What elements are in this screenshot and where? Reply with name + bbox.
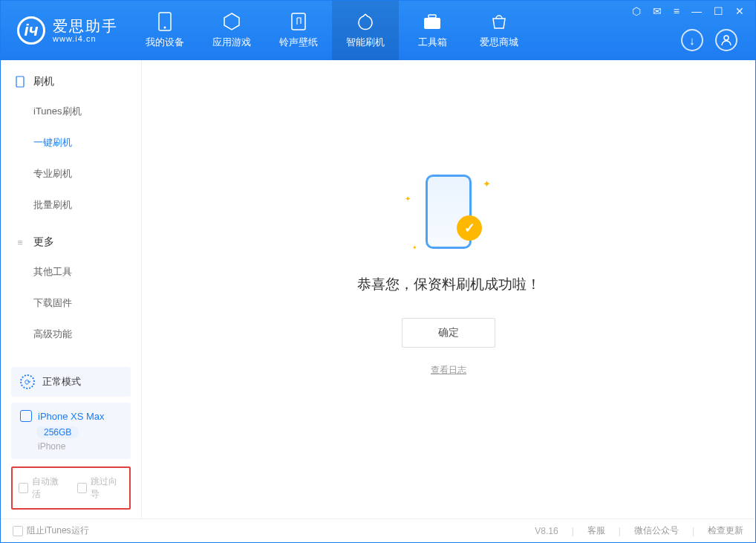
apps-icon <box>222 12 241 31</box>
footer: 阻止iTunes运行 V8.16 | 客服 | 微信公众号 | 检查更新 <box>1 518 755 542</box>
window-controls: ⬡ ✉ ≡ — ☐ ✕ <box>628 5 748 17</box>
sidebar-footer: ⟳ 正常模式 iPhone XS Max 256GB iPhone 自动激活 <box>1 367 141 518</box>
body: 刷机 iTunes刷机 一键刷机 专业刷机 批量刷机 ≡ 更多 其他工具 下载固… <box>1 60 755 518</box>
logo-icon: iч <box>17 16 45 45</box>
tab-toolbox[interactable]: 工具箱 <box>399 1 466 60</box>
tab-smart-flash[interactable]: 智能刷机 <box>332 1 399 60</box>
nav-item-oneclick-flash[interactable]: 一键刷机 <box>1 127 141 158</box>
nav-title: 更多 <box>33 235 54 249</box>
ok-button[interactable]: 确定 <box>402 318 495 348</box>
svg-point-5 <box>724 36 729 40</box>
svg-rect-4 <box>428 15 436 18</box>
checkbox-auto-activate[interactable]: 自动激活 <box>19 475 65 501</box>
tab-ringtone[interactable]: 铃声壁纸 <box>265 1 332 60</box>
mode-label: 正常模式 <box>42 375 81 388</box>
nav-section-more: ≡ 更多 其他工具 下载固件 高级功能 <box>1 221 141 350</box>
checkbox-icon <box>19 483 28 493</box>
checkbox-block-itunes[interactable]: 阻止iTunes运行 <box>13 524 89 537</box>
nav-item-itunes-flash[interactable]: iTunes刷机 <box>1 96 141 127</box>
main-content: ✓ ✦ ✦ ✦ 恭喜您，保资料刷机成功啦！ 确定 查看日志 <box>142 60 755 518</box>
device-icon <box>155 12 175 31</box>
tab-label: 应用游戏 <box>212 36 251 49</box>
checkbox-skip-guide[interactable]: 跳过向导 <box>77 475 124 501</box>
checkbox-icon <box>13 526 23 536</box>
header: iч 爱思助手 www.i4.cn 我的设备 应用游戏 铃声壁纸 智能刷机 <box>1 1 755 60</box>
toolbox-icon <box>423 12 442 31</box>
sparkle-icon: ✦ <box>405 195 411 203</box>
mode-box[interactable]: ⟳ 正常模式 <box>11 367 131 397</box>
nav-section-flash: 刷机 iTunes刷机 一键刷机 专业刷机 批量刷机 <box>1 60 141 221</box>
nav-header-more: ≡ 更多 <box>1 228 141 256</box>
success-message: 恭喜您，保资料刷机成功啦！ <box>357 275 541 294</box>
tab-my-device[interactable]: 我的设备 <box>131 1 198 60</box>
nav-header-flash: 刷机 <box>1 68 141 96</box>
menu-icon[interactable]: ≡ <box>670 5 683 17</box>
tab-label: 我的设备 <box>146 36 184 49</box>
close-button[interactable]: ✕ <box>731 5 748 17</box>
refresh-icon: ⟳ <box>20 374 35 389</box>
checkbox-label: 阻止iTunes运行 <box>27 524 89 537</box>
checkbox-label: 自动激活 <box>32 475 65 501</box>
storage-badge: 256GB <box>36 426 79 438</box>
nav-item-other-tools[interactable]: 其他工具 <box>1 256 141 287</box>
svg-rect-2 <box>292 13 305 30</box>
svg-point-1 <box>164 27 166 29</box>
brand-name: 爱思助手 <box>53 18 118 34</box>
view-log-link[interactable]: 查看日志 <box>431 364 466 377</box>
check-update-link[interactable]: 检查更新 <box>708 524 743 537</box>
top-tabs: 我的设备 应用游戏 铃声壁纸 智能刷机 工具箱 爱思商城 <box>131 1 532 60</box>
svg-rect-3 <box>424 18 440 29</box>
checkbox-label: 跳过向导 <box>91 475 123 501</box>
svg-rect-6 <box>16 77 24 87</box>
version-label: V8.16 <box>535 526 558 536</box>
nav-item-advanced[interactable]: 高级功能 <box>1 319 141 350</box>
ringtone-icon <box>289 12 308 31</box>
store-icon <box>489 12 509 31</box>
tab-label: 爱思商城 <box>480 36 518 49</box>
download-button[interactable]: ↓ <box>681 29 703 51</box>
support-link[interactable]: 客服 <box>587 524 605 537</box>
app-window: iч 爱思助手 www.i4.cn 我的设备 应用游戏 铃声壁纸 智能刷机 <box>0 0 756 543</box>
phone-icon <box>14 76 26 88</box>
device-name: iPhone XS Max <box>38 411 105 422</box>
logo-area: iч 爱思助手 www.i4.cn <box>1 16 131 45</box>
list-icon: ≡ <box>14 236 26 248</box>
sparkle-icon: ✦ <box>412 244 417 251</box>
device-type: iPhone <box>38 441 122 452</box>
sidebar: 刷机 iTunes刷机 一键刷机 专业刷机 批量刷机 ≡ 更多 其他工具 下载固… <box>1 60 142 518</box>
minimize-button[interactable]: — <box>688 5 706 17</box>
check-badge-icon: ✓ <box>457 215 482 241</box>
nav-item-batch-flash[interactable]: 批量刷机 <box>1 189 141 221</box>
tab-label: 工具箱 <box>418 36 447 49</box>
shirt-icon[interactable]: ⬡ <box>628 5 645 17</box>
success-graphic: ✓ ✦ ✦ ✦ <box>408 172 489 254</box>
tab-store[interactable]: 爱思商城 <box>466 1 532 60</box>
header-right: ⬡ ✉ ≡ — ☐ ✕ ↓ <box>628 1 748 60</box>
wechat-link[interactable]: 微信公众号 <box>634 524 679 537</box>
maximize-button[interactable]: ☐ <box>710 5 727 17</box>
nav-item-pro-flash[interactable]: 专业刷机 <box>1 158 141 189</box>
checkbox-icon <box>77 483 87 493</box>
feedback-icon[interactable]: ✉ <box>649 5 665 17</box>
nav-item-download-firmware[interactable]: 下载固件 <box>1 287 141 319</box>
sparkle-icon: ✦ <box>483 178 491 189</box>
tab-apps[interactable]: 应用游戏 <box>198 1 265 60</box>
brand-url: www.i4.cn <box>53 34 118 43</box>
tab-label: 智能刷机 <box>346 36 385 49</box>
phone-icon <box>20 410 32 422</box>
highlighted-checkbox-row: 自动激活 跳过向导 <box>11 466 131 510</box>
user-button[interactable] <box>715 29 737 51</box>
nav-title: 刷机 <box>33 75 54 88</box>
device-box[interactable]: iPhone XS Max 256GB iPhone <box>11 403 131 459</box>
flash-icon <box>356 12 375 31</box>
tab-label: 铃声壁纸 <box>279 36 318 49</box>
